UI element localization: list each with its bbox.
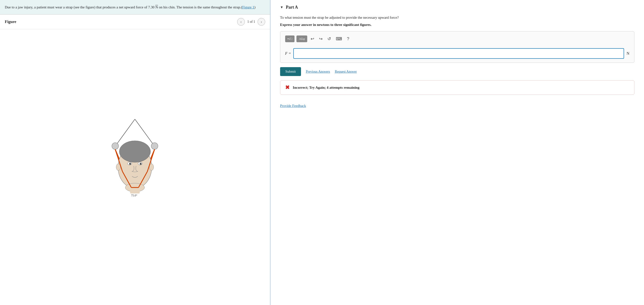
part-title: Part A	[286, 5, 298, 10]
greek-symbols-label: ΑΣφ	[299, 37, 304, 41]
reset-icon: ↺	[328, 36, 331, 41]
redo-button[interactable]: ↪	[318, 35, 324, 42]
figure-navigation: ‹ 1 of 1 ›	[237, 18, 265, 26]
left-panel: Due to a jaw injury, a patient must wear…	[0, 0, 270, 305]
figure-area: 75.0°	[0, 29, 270, 305]
help-button[interactable]: ?	[346, 35, 351, 42]
problem-text-content: Due to a jaw injury, a patient must wear…	[5, 5, 242, 9]
figure-prev-button[interactable]: ‹	[237, 18, 245, 26]
submit-button[interactable]: Submit	[280, 67, 301, 76]
question-text: To what tension must the strap be adjust…	[280, 15, 634, 20]
unit-label: N	[626, 51, 629, 56]
formula-label: F =	[285, 51, 291, 56]
answer-input[interactable]	[293, 48, 624, 59]
figure-count: 1 of 1	[247, 20, 255, 24]
figure-title: Figure	[5, 19, 16, 24]
keyboard-button[interactable]: ⌨	[334, 35, 344, 42]
figure-link[interactable]: Figure 1	[242, 5, 254, 9]
error-box: ✖ Incorrect; Try Again; 4 attempts remai…	[280, 80, 634, 95]
action-row: Submit Previous Answers Request Answer	[280, 67, 634, 76]
problem-description: Due to a jaw injury, a patient must wear…	[0, 0, 270, 15]
previous-answers-button[interactable]: Previous Answers	[306, 70, 330, 74]
svg-point-17	[140, 163, 142, 165]
math-template-icon: ▪√□	[288, 37, 292, 41]
keyboard-icon: ⌨	[336, 36, 342, 41]
reset-button[interactable]: ↺	[326, 35, 332, 42]
figure-next-button[interactable]: ›	[258, 18, 265, 26]
question-instruction: Express your answer in newtons to three …	[280, 23, 634, 27]
request-answer-button[interactable]: Request Answer	[335, 70, 357, 74]
math-template-button[interactable]: ▪√□	[285, 35, 295, 42]
svg-point-16	[129, 163, 131, 165]
undo-button[interactable]: ↩	[309, 35, 316, 42]
svg-point-13	[119, 141, 150, 162]
part-header: ▼ Part A	[280, 5, 634, 10]
undo-icon: ↩	[310, 36, 314, 41]
svg-point-4	[151, 143, 158, 149]
help-icon: ?	[347, 36, 349, 41]
error-message: Incorrect; Try Again; 4 attempts remaini…	[293, 86, 360, 90]
math-toolbar: ▪√□ ΑΣφ ↩ ↪ ↺ ⌨ ?	[285, 35, 629, 45]
problem-text-close-paren: )	[254, 5, 256, 9]
answer-input-row: F = N	[285, 48, 629, 59]
collapse-triangle-icon[interactable]: ▼	[280, 5, 284, 9]
figure-image: 75.0°	[96, 117, 173, 218]
figure-header: Figure ‹ 1 of 1 ›	[0, 15, 270, 29]
right-panel: ▼ Part A To what tension must the strap …	[270, 0, 644, 305]
provide-feedback-button[interactable]: Provide Feedback	[280, 104, 306, 108]
greek-symbols-button[interactable]: ΑΣφ	[296, 35, 307, 42]
svg-text:75.0°: 75.0°	[131, 194, 137, 197]
svg-point-3	[112, 143, 118, 149]
redo-icon: ↪	[319, 36, 322, 41]
answer-container: ▪√□ ΑΣφ ↩ ↪ ↺ ⌨ ? F = N	[280, 31, 634, 63]
error-icon: ✖	[285, 84, 290, 91]
